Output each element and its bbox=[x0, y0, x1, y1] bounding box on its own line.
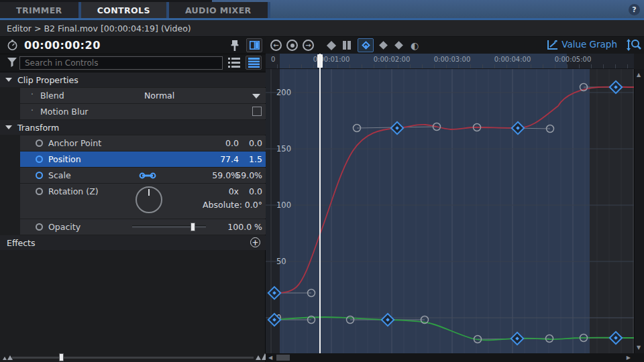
zoom-to-fit-button[interactable] bbox=[627, 39, 641, 53]
split-view-toggle[interactable] bbox=[246, 38, 262, 52]
value-y[interactable]: 59.0% bbox=[235, 170, 262, 180]
ruler-corner bbox=[634, 54, 644, 69]
scroll-up-icon[interactable]: ▲ bbox=[637, 72, 641, 78]
property-label: Blend bbox=[40, 90, 64, 101]
value-y[interactable]: 0.0 bbox=[249, 138, 262, 148]
interpolation-smooth-button-active[interactable] bbox=[358, 38, 374, 52]
scroll-right-icon[interactable]: ▶ bbox=[627, 355, 631, 361]
property-tree: Clip Properties·BlendNormal·Motion BlurT… bbox=[0, 72, 266, 251]
scroll-left-icon[interactable]: ◀ bbox=[268, 355, 272, 361]
plot-left-gutter bbox=[266, 69, 280, 353]
timecode-row: 00:00:00:20 bbox=[0, 37, 266, 54]
previous-keyframe-button[interactable]: ← bbox=[270, 40, 282, 51]
property-row-blend[interactable]: ·BlendNormal bbox=[20, 88, 266, 103]
add-effect-button[interactable]: + bbox=[250, 237, 260, 247]
horizontal-scrollbar[interactable]: ◀ ▶ bbox=[266, 353, 644, 362]
bullet-dot: · bbox=[31, 106, 34, 115]
group-header-label: Transform bbox=[17, 123, 59, 133]
stopwatch-toggle[interactable] bbox=[36, 139, 43, 147]
stopwatch-toggle[interactable] bbox=[36, 188, 43, 195]
link-dimensions-icon[interactable] bbox=[139, 172, 156, 179]
property-label: Anchor Point bbox=[48, 138, 101, 148]
property-row-motion-blur[interactable]: ·Motion Blur bbox=[20, 104, 266, 119]
zoom-out-icon[interactable] bbox=[3, 355, 13, 360]
bullet-dot: · bbox=[31, 90, 34, 99]
property-label: Position bbox=[48, 154, 81, 164]
horizontal-scrollbar-thumb[interactable] bbox=[276, 355, 290, 361]
tab-audio-mixer[interactable]: AUDIO MIXER bbox=[169, 2, 270, 19]
help-icon[interactable]: ? bbox=[629, 4, 640, 15]
search-box bbox=[19, 56, 223, 70]
zoom-slider-track[interactable] bbox=[12, 357, 254, 359]
checkbox[interactable] bbox=[252, 107, 262, 116]
rotation-dial[interactable] bbox=[136, 186, 162, 213]
value-graph-plot: 200150100500 bbox=[266, 69, 634, 353]
zoom-fit-icon bbox=[627, 39, 641, 51]
ruler-label-5s: 0:00:05:00 bbox=[555, 56, 592, 63]
simple-list-view-icon[interactable] bbox=[228, 58, 240, 68]
ruler-label-0: 0 bbox=[271, 56, 275, 63]
stopwatch-toggle[interactable] bbox=[36, 156, 43, 163]
zoom-slider-handle[interactable] bbox=[59, 353, 64, 361]
collapse-arrow-icon[interactable] bbox=[5, 78, 12, 82]
opacity-value[interactable]: 100.0 % bbox=[227, 222, 262, 232]
opacity-slider-track[interactable] bbox=[132, 225, 206, 228]
dropdown-caret-icon[interactable] bbox=[252, 94, 260, 99]
ruler-label-3s: 0:00:03:00 bbox=[434, 56, 471, 63]
interpolation-ease-icon[interactable]: ◐ bbox=[411, 41, 419, 50]
tab-bar-blue-area bbox=[212, 0, 644, 20]
stopwatch-toggle[interactable] bbox=[36, 223, 43, 231]
graph-toolbar: ← → ◐ Value Graph bbox=[266, 37, 644, 54]
timeline-zoom-bar bbox=[0, 351, 266, 362]
property-label: Rotation (Z) bbox=[48, 186, 99, 196]
property-row-rotation-z[interactable]: Rotation (Z)0x0.0Absolute: 0.0° bbox=[20, 184, 266, 219]
filter-funnel-icon[interactable] bbox=[7, 58, 17, 67]
playhead-line[interactable] bbox=[319, 54, 321, 353]
property-row-position[interactable]: Position77.41.5 bbox=[20, 152, 266, 167]
stopwatch-toggle[interactable] bbox=[36, 172, 43, 179]
value-x[interactable]: 59.0% bbox=[212, 170, 239, 180]
breadcrumb-bar: Editor > B2 Final.mov [00:00:04:19] (Vid… bbox=[0, 20, 644, 37]
property-row-scale[interactable]: Scale59.0%59.0% bbox=[20, 168, 266, 183]
y-axis-label-200: 200 bbox=[276, 88, 291, 97]
next-keyframe-button[interactable]: → bbox=[303, 40, 314, 51]
y-axis-label-100: 100 bbox=[276, 200, 291, 210]
value-x[interactable]: 77.4 bbox=[220, 154, 239, 164]
tab-bar: TRIMMERCONTROLSAUDIO MIXER ? bbox=[0, 0, 644, 20]
property-row-anchor-point[interactable]: Anchor Point0.00.0 bbox=[20, 135, 266, 151]
rotation-absolute: Absolute: 0.0° bbox=[203, 200, 262, 210]
rotation-turns[interactable]: 0x bbox=[229, 186, 239, 196]
toggle-keyframe-button[interactable] bbox=[286, 40, 298, 51]
interpolation-constant-icon[interactable] bbox=[327, 40, 336, 50]
dial-tick bbox=[148, 189, 150, 196]
group-header-label: Clip Properties bbox=[17, 75, 78, 85]
stopwatch-icon bbox=[7, 40, 18, 51]
group-header-clip-properties[interactable]: Clip Properties bbox=[0, 72, 266, 87]
property-row-opacity[interactable]: Opacity100.0 % bbox=[20, 219, 266, 235]
search-input[interactable] bbox=[20, 57, 222, 69]
dropdown-value[interactable]: Normal bbox=[144, 90, 174, 101]
value-graph-button[interactable]: Value Graph bbox=[547, 39, 617, 50]
interpolation-hold-icon[interactable] bbox=[343, 41, 351, 50]
pin-icon[interactable] bbox=[230, 40, 239, 52]
group-header-label: Effects bbox=[7, 238, 36, 248]
y-axis-label-150: 150 bbox=[276, 144, 291, 154]
property-label: Motion Blur bbox=[40, 107, 88, 117]
clip-duration-region bbox=[280, 69, 590, 353]
interpolation-bezier-icon[interactable] bbox=[394, 41, 403, 50]
collapse-arrow-icon[interactable] bbox=[5, 125, 12, 129]
detailed-list-view-toggle[interactable] bbox=[246, 56, 262, 70]
value-y[interactable]: 1.5 bbox=[249, 154, 262, 164]
group-header-transform[interactable]: Transform bbox=[0, 120, 266, 135]
rotation-degrees[interactable]: 0.0 bbox=[249, 186, 262, 196]
interpolation-linear-icon[interactable] bbox=[379, 41, 388, 50]
tab-controls[interactable]: CONTROLS bbox=[81, 2, 169, 19]
vertical-scrollbar[interactable]: ▲ ▼ bbox=[634, 69, 644, 353]
scroll-down-icon[interactable]: ▼ bbox=[637, 345, 641, 351]
opacity-slider-handle[interactable] bbox=[191, 223, 195, 231]
group-header-effects[interactable]: Effects+ bbox=[0, 235, 266, 250]
tab-trimmer[interactable]: TRIMMER bbox=[0, 2, 81, 19]
value-graph-icon bbox=[547, 40, 558, 50]
value-x[interactable]: 0.0 bbox=[225, 138, 239, 148]
current-timecode[interactable]: 00:00:00:20 bbox=[24, 39, 101, 52]
